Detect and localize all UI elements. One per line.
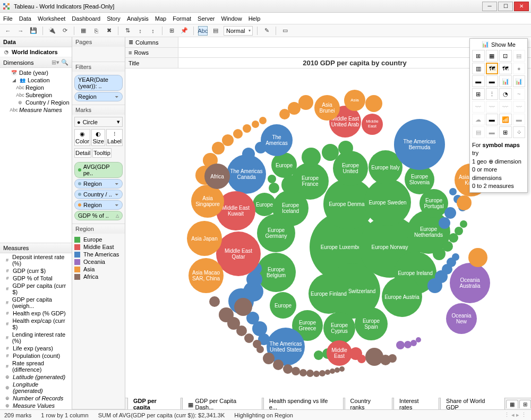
bubble[interactable]	[209, 296, 220, 307]
bubble[interactable]: Africa	[204, 164, 230, 189]
bubble[interactable]	[339, 366, 345, 372]
bubble[interactable]: Europe	[253, 193, 276, 216]
label-country-pill[interactable]: Country / ..⏷	[74, 190, 123, 199]
measure-item[interactable]: #GDP per capita (weigh...	[0, 296, 72, 310]
bubble[interactable]	[269, 183, 279, 193]
bubble[interactable]: The Americas Bermuda	[394, 119, 445, 170]
bubble[interactable]	[314, 350, 323, 360]
mark-type-select[interactable]: ●Circle▾	[74, 117, 123, 127]
measure-item[interactable]: #Population (count)	[0, 352, 72, 359]
bubble[interactable]	[357, 355, 366, 363]
pin-icon[interactable]: 📌	[179, 26, 189, 36]
bubble[interactable]: Europe	[270, 292, 296, 319]
showme-type[interactable]: ☁	[472, 114, 485, 125]
legend-item[interactable]: The Americas	[74, 251, 123, 258]
label-region-pill[interactable]: Region⏷	[74, 179, 123, 188]
showme-type[interactable]: 📶	[499, 114, 512, 125]
angle-pill[interactable]: GDP % of ..△	[74, 211, 123, 220]
showme-type[interactable]: 〰	[472, 101, 485, 113]
bubble[interactable]	[457, 195, 472, 210]
measure-item[interactable]: #Health exp/cap (curr $)	[0, 317, 72, 331]
showme-type[interactable]: ◔	[499, 88, 512, 100]
bubble[interactable]	[244, 333, 254, 343]
bubble[interactable]: Europe Cyprus	[323, 312, 355, 344]
new-sheet-tab[interactable]: ▦	[506, 400, 518, 408]
bubble[interactable]: Middle East	[362, 114, 383, 135]
columns-shelf[interactable]: ≣Columns	[125, 37, 178, 47]
showme-type[interactable]: 📊	[513, 75, 526, 87]
presentation-icon[interactable]: ▭	[280, 26, 290, 36]
swap-icon[interactable]: ⇅	[123, 26, 132, 36]
measure-item[interactable]: #Lending interest rate (%)	[0, 331, 72, 345]
back-icon[interactable]: ←	[3, 26, 13, 36]
bubble[interactable]: Asia Brunei	[314, 95, 340, 121]
measure-item[interactable]: ⊕Longitude (generated)	[0, 381, 72, 395]
bubble[interactable]	[365, 95, 382, 112]
measure-item[interactable]: #Deposit interest rate (%)	[0, 253, 72, 267]
showme-type[interactable]: 📊	[499, 75, 512, 87]
bubble[interactable]	[243, 124, 251, 133]
bubble[interactable]	[233, 129, 243, 139]
legend-item[interactable]: Asia	[74, 265, 123, 273]
showme-type[interactable]: 🗺	[499, 63, 512, 74]
detail-button[interactable]: Detail	[74, 148, 91, 158]
measure-item[interactable]: ⊕Latitude (generated)	[0, 373, 72, 381]
showme-type[interactable]: ⊞	[472, 88, 485, 100]
bubble[interactable]	[388, 354, 397, 363]
dim-region[interactable]: AbcRegion	[0, 84, 72, 91]
forward-icon[interactable]: →	[16, 26, 25, 36]
showme-type[interactable]: ▦	[486, 50, 499, 62]
bubble[interactable]	[439, 217, 450, 229]
menu-help[interactable]: Help	[249, 15, 261, 22]
bubble[interactable]: Asia Macao SAR, China	[189, 258, 224, 293]
rows-shelf[interactable]: ≡Rows	[125, 48, 178, 57]
showme-type[interactable]: 〰	[499, 101, 512, 113]
measure-item[interactable]: ⊕Measure Values	[0, 402, 72, 409]
bubble[interactable]	[234, 298, 252, 316]
scroll-handles[interactable]: ⋮ ◂ ▸ ⋮	[504, 412, 527, 418]
bubble[interactable]: Europe Portugal	[419, 189, 448, 218]
label-toggle[interactable]: Abc	[198, 26, 208, 36]
bubble[interactable]	[449, 188, 457, 195]
menu-window[interactable]: Window	[221, 15, 242, 22]
bubble[interactable]	[283, 364, 293, 374]
showme-type[interactable]: 🗺	[486, 63, 499, 74]
bubble[interactable]: Europe Belgium	[256, 253, 296, 292]
showme-type[interactable]: ▤	[472, 126, 485, 138]
refresh-icon[interactable]: ⟳	[60, 26, 70, 36]
measure-item[interactable]: ⊕Number of Records	[0, 395, 72, 402]
dim-subregion[interactable]: AbcSubregion	[0, 91, 72, 99]
menu-story[interactable]: Story	[107, 15, 121, 22]
menu-analysis[interactable]: Analysis	[127, 15, 149, 22]
showme-type[interactable]: ⊞	[472, 50, 485, 62]
bubble[interactable]	[242, 148, 255, 160]
measure-item[interactable]: #GDP per capita (curr $)	[0, 282, 72, 296]
bubble[interactable]: Middle East	[327, 340, 352, 366]
measure-item[interactable]: #GDP (curr $)	[0, 267, 72, 275]
group-icon[interactable]: ⊞	[167, 26, 176, 36]
close-button[interactable]: ✕	[514, 2, 529, 11]
bubble[interactable]	[259, 117, 267, 124]
showme-type[interactable]: ▬	[486, 126, 499, 138]
new-dash-tab[interactable]: ⊞	[519, 400, 531, 408]
bubble[interactable]: The Americas	[261, 124, 293, 156]
legend-item[interactable]: Middle East	[74, 243, 123, 251]
bubble[interactable]	[455, 227, 463, 235]
bubble[interactable]	[256, 346, 264, 353]
bubble[interactable]	[268, 175, 276, 183]
bubble[interactable]	[252, 121, 259, 128]
bubble[interactable]	[306, 370, 314, 377]
bubble[interactable]: Oceania New	[446, 303, 477, 334]
bubble[interactable]: Europe	[271, 152, 297, 178]
bubble[interactable]	[338, 141, 353, 156]
showme-type[interactable]: ▬	[486, 75, 499, 87]
menu-file[interactable]: File	[3, 15, 13, 22]
bubble[interactable]	[279, 109, 290, 119]
bubble[interactable]	[273, 359, 284, 370]
legend-item[interactable]: Africa	[74, 273, 123, 280]
dim-location[interactable]: ◢👥Location	[0, 76, 72, 84]
find-icon[interactable]: ⊞▾	[52, 59, 59, 66]
bubble[interactable]: Oceania Australia	[450, 263, 490, 303]
bubble[interactable]	[452, 253, 459, 261]
menu-worksheet[interactable]: Worksheet	[38, 15, 65, 22]
